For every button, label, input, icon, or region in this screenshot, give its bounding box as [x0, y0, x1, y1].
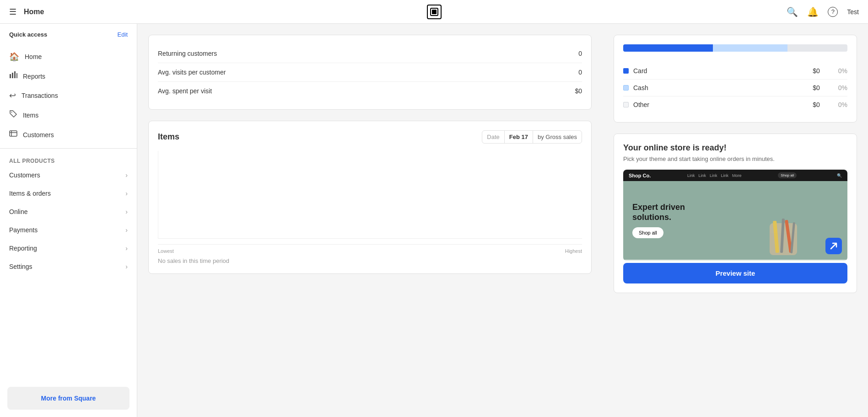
- home-icon: 🏠: [9, 52, 19, 62]
- hamburger-icon[interactable]: ☰: [9, 7, 16, 17]
- customer-stats-card: Returning customers 0 Avg. visits per cu…: [148, 35, 592, 110]
- reports-icon: [9, 71, 17, 81]
- sidebar-item-reports[interactable]: Reports: [0, 66, 137, 86]
- sidebar-payments-label: Payments: [9, 226, 38, 234]
- other-dot-icon: [623, 102, 629, 107]
- store-preview-body: Expert driven solutions. Shop all: [623, 181, 847, 260]
- sidebar-item-transactions[interactable]: ↩ Transactions: [0, 86, 137, 105]
- sidebar-item-items-orders[interactable]: Items & orders ›: [0, 184, 137, 203]
- other-amount: $0: [813, 101, 820, 108]
- svg-rect-2: [10, 74, 11, 78]
- sidebar-item-items-label: Items: [23, 112, 38, 119]
- sidebar-item-customers[interactable]: Customers: [0, 125, 137, 144]
- returning-customers-row: Returning customers 0: [158, 44, 582, 63]
- payment-bar-cash: [713, 44, 787, 52]
- sidebar-item-items[interactable]: Items: [0, 105, 137, 125]
- chevron-right-icon: ›: [125, 208, 128, 215]
- sidebar-item-settings[interactable]: Settings ›: [0, 257, 137, 276]
- store-preview: Shop Co. Link Link Link Link More Shop a…: [623, 170, 847, 261]
- username[interactable]: Test: [847, 8, 859, 16]
- cash-label: Cash: [633, 84, 648, 91]
- items-icon: [9, 110, 17, 120]
- bell-icon[interactable]: 🔔: [807, 6, 819, 17]
- axis-high-label: Highest: [565, 248, 582, 254]
- avg-visits-value: 0: [578, 69, 582, 76]
- svg-point-6: [11, 112, 12, 113]
- svg-rect-5: [16, 73, 17, 78]
- all-products-label: All products: [0, 152, 137, 166]
- more-from-square-label: More from Square: [41, 395, 96, 402]
- search-nav-icon: 🔍: [837, 173, 842, 178]
- svg-rect-4: [14, 71, 16, 78]
- more-from-square-button[interactable]: More from Square: [7, 387, 129, 410]
- cash-amount: $0: [813, 84, 820, 91]
- sidebar-item-home-label: Home: [25, 53, 42, 60]
- cash-percent: 0%: [838, 84, 847, 91]
- date-filter[interactable]: Date Feb 17 by Gross sales: [482, 130, 582, 144]
- avg-visits-label: Avg. visits per customer: [158, 69, 226, 76]
- svg-rect-3: [12, 73, 13, 78]
- preview-site-button[interactable]: Preview site: [623, 263, 847, 283]
- store-nav-link-1: Link: [687, 173, 695, 178]
- chevron-right-icon: ›: [125, 190, 128, 197]
- sidebar: Quick access Edit 🏠 Home Reports ↩ Trans…: [0, 24, 137, 417]
- sidebar-expand-items: Customers › Items & orders › Online › Pa…: [0, 166, 137, 276]
- sidebar-item-home[interactable]: 🏠 Home: [0, 47, 137, 66]
- no-sales-label: No sales in this time period: [158, 257, 582, 264]
- sidebar-reporting-label: Reporting: [9, 245, 37, 252]
- main-right-column: Card $0 0% Cash $0 0%: [603, 24, 868, 417]
- store-nav-link-more: More: [732, 173, 742, 178]
- help-icon[interactable]: ?: [828, 7, 838, 17]
- online-store-title: Your online store is ready!: [623, 143, 847, 153]
- search-icon[interactable]: 🔍: [787, 6, 798, 17]
- avg-spent-row: Avg. spent per visit $0: [158, 82, 582, 100]
- chevron-right-icon: ›: [125, 171, 128, 179]
- sidebar-item-reporting[interactable]: Reporting ›: [0, 239, 137, 257]
- store-external-link-icon: [825, 238, 842, 254]
- avg-spent-label: Avg. spent per visit: [158, 87, 212, 95]
- axis-low-label: Lowest: [158, 248, 174, 254]
- edit-link[interactable]: Edit: [118, 31, 128, 38]
- online-store-card: Your online store is ready! Pick your th…: [614, 134, 857, 293]
- sidebar-item-payments[interactable]: Payments ›: [0, 221, 137, 239]
- chevron-right-icon: ›: [125, 263, 128, 270]
- payment-bar-other: [787, 44, 847, 52]
- items-card: Items Date Feb 17 by Gross sales Lowest …: [148, 121, 592, 274]
- store-headline: Expert driven solutions.: [632, 203, 685, 222]
- sidebar-settings-label: Settings: [9, 263, 32, 270]
- date-filter-label: Date: [482, 131, 504, 143]
- main-left-column: Returning customers 0 Avg. visits per cu…: [137, 24, 603, 417]
- online-store-subtitle: Pick your theme and start taking online …: [623, 155, 847, 162]
- sidebar-nav: 🏠 Home Reports ↩ Transactions Items: [0, 47, 137, 144]
- payment-row-other: Other $0 0%: [623, 96, 847, 113]
- sidebar-item-customers-expand[interactable]: Customers ›: [0, 166, 137, 184]
- square-logo[interactable]: [427, 5, 442, 19]
- returning-customers-value: 0: [578, 50, 582, 57]
- sidebar-item-online[interactable]: Online ›: [0, 203, 137, 221]
- store-nav-bar: Shop Co. Link Link Link Link More Shop a…: [623, 170, 847, 181]
- store-shop-all-button[interactable]: Shop all: [632, 227, 663, 238]
- main-content: Returning customers 0 Avg. visits per cu…: [137, 24, 868, 417]
- quick-access-label: Quick access: [9, 31, 47, 38]
- svg-rect-7: [10, 131, 17, 136]
- avg-visits-row: Avg. visits per customer 0: [158, 63, 582, 82]
- avg-spent-value: $0: [575, 87, 582, 95]
- payment-row-card: Card $0 0%: [623, 63, 847, 80]
- date-filter-value: Feb 17: [505, 131, 533, 143]
- topnav: ☰ Home 🔍 🔔 ? Test: [0, 0, 868, 24]
- card-dot-icon: [623, 68, 629, 74]
- items-title: Items: [158, 132, 179, 142]
- other-percent: 0%: [838, 101, 847, 108]
- chevron-right-icon: ›: [125, 245, 128, 252]
- shop-all-button: Shop all: [778, 172, 797, 178]
- cash-dot-icon: [623, 85, 629, 91]
- payment-bar: [623, 44, 847, 52]
- sidebar-customers-expand-label: Customers: [9, 171, 40, 179]
- card-label: Card: [633, 67, 647, 75]
- sidebar-item-customers-label: Customers: [23, 131, 54, 139]
- returning-customers-label: Returning customers: [158, 50, 217, 57]
- bar-axis: Lowest Highest: [158, 244, 582, 254]
- store-nav-link-4: Link: [721, 173, 729, 178]
- transactions-icon: ↩: [9, 91, 16, 101]
- other-label: Other: [633, 101, 649, 108]
